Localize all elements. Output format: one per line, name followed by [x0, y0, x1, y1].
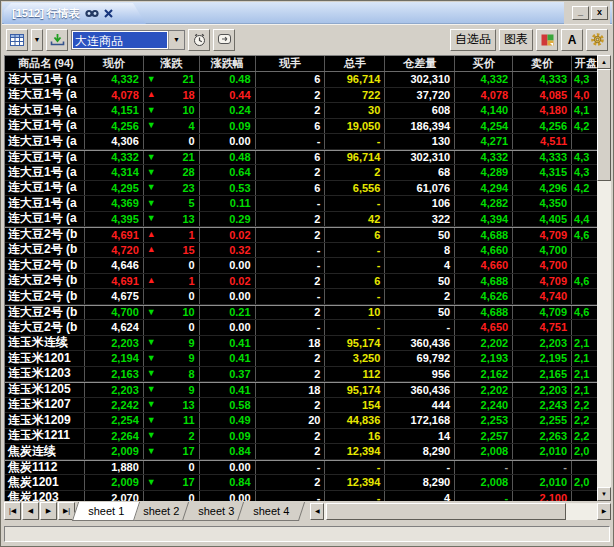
quote-row[interactable]: 连大豆2号 (b4,691▲10.0226504,6884,7094,6	[5, 274, 598, 290]
settings-button[interactable]	[586, 29, 608, 51]
quote-row[interactable]: 连大豆1号 (a4,332▼210.48696,714302,3104,3324…	[5, 72, 598, 88]
change-percent: 0.09	[200, 429, 256, 444]
total-volume: -	[325, 196, 385, 211]
ask-price: 4,180	[513, 103, 572, 118]
column-header[interactable]: 涨跌	[144, 56, 200, 71]
quote-row[interactable]: 连大豆1号 (a4,314▼280.6422684,2894,3154,3	[5, 165, 598, 181]
quote-row[interactable]: 连大豆2号 (b4,64600.00--44,6604,700	[5, 258, 598, 274]
instrument-name: 连玉米1209	[5, 413, 85, 428]
quote-row[interactable]: 连玉米12092,254▼110.492044,836172,1682,2532…	[5, 413, 598, 429]
next-sheet-button[interactable]: ▶	[40, 502, 57, 520]
change-value: 0	[144, 134, 200, 149]
column-header[interactable]: 商品名 (94)	[5, 56, 85, 71]
current-volume: -	[256, 461, 326, 475]
quote-row[interactable]: 连大豆2号 (b4,691▲10.0226504,6884,7094,6	[5, 227, 598, 243]
color-scheme-button[interactable]	[536, 29, 558, 51]
quote-row[interactable]: 连大豆2号 (b4,62400.00---4,6504,751	[5, 320, 598, 336]
vertical-scroll-thumb[interactable]	[597, 69, 611, 181]
column-header[interactable]: 开盘	[572, 56, 598, 71]
down-arrow-icon: ▼	[147, 75, 156, 84]
change-value: 0	[144, 289, 200, 304]
speech-bubble-icon	[217, 33, 232, 46]
quote-row[interactable]: 连玉米12112,264▼20.09216142,2572,2632,2	[5, 429, 598, 445]
column-header[interactable]: 现价	[85, 56, 144, 71]
scroll-right-button[interactable]: ▶	[597, 503, 611, 520]
total-volume: 96,714	[325, 151, 385, 165]
quote-row[interactable]: 连大豆1号 (a4,078▲180.44272237,7204,0784,085…	[5, 88, 598, 104]
quote-row[interactable]: 连大豆2号 (b4,700▼100.21210504,6884,7094,6	[5, 305, 598, 321]
quote-row[interactable]: 焦炭连续2,009▼170.84212,3948,2902,0082,0102,…	[5, 444, 598, 460]
bid-price: 2,202	[455, 336, 513, 351]
current-volume: -	[256, 289, 326, 304]
favorites-button[interactable]: 自选品	[450, 29, 496, 51]
quote-row[interactable]: 连大豆1号 (a4,151▼100.242306084,1404,1804,1	[5, 103, 598, 119]
quote-row[interactable]: 连大豆1号 (a4,295▼230.5366,55661,0764,2944,2…	[5, 181, 598, 197]
quote-row[interactable]: 连大豆1号 (a4,30600.00--1304,2714,511	[5, 134, 598, 150]
column-header[interactable]: 总手	[325, 56, 385, 71]
current-volume: 18	[256, 336, 326, 351]
quote-row[interactable]: 焦炭12032,07000.00--4-2,100	[5, 491, 598, 502]
quote-row[interactable]: 连大豆1号 (a4,395▼130.292423224,3944,4054,4	[5, 212, 598, 228]
alarm-button[interactable]	[188, 29, 210, 51]
quote-row[interactable]: 连玉米12032,163▼80.3721129562,1622,1652,1	[5, 367, 598, 383]
last-price: 2,070	[85, 491, 144, 502]
chart-button[interactable]: 图表	[499, 29, 533, 51]
sheet-tab[interactable]: sheet 4	[237, 502, 305, 521]
change-percent: 0.00	[200, 320, 256, 335]
scroll-up-button[interactable]: ▲	[597, 55, 611, 69]
market-select[interactable]: 大连商品 ▼	[71, 30, 185, 50]
font-button[interactable]: A	[561, 29, 583, 51]
change-percent: 0.21	[200, 306, 256, 320]
open-price: 4,0	[572, 88, 598, 103]
tab-close-icon[interactable]	[104, 9, 113, 18]
grid-view-dropdown[interactable]: ▼	[31, 29, 43, 51]
export-button[interactable]	[46, 29, 68, 51]
scroll-left-button[interactable]: ◀	[310, 503, 324, 520]
quote-row[interactable]: 焦炭12012,009▼170.84212,3948,2902,0082,010…	[5, 475, 598, 491]
open-interest-change: 69,792	[385, 351, 455, 366]
pin-icon[interactable]	[85, 9, 99, 18]
quote-row[interactable]: 连玉米12012,194▼90.4123,25069,7922,1932,195…	[5, 351, 598, 367]
quote-row[interactable]: 连大豆2号 (b4,720▲150.32--84,6604,700	[5, 243, 598, 259]
horizontal-scroll-thumb[interactable]	[326, 503, 566, 520]
market-select-arrow[interactable]: ▼	[168, 31, 184, 49]
last-price: 4,675	[85, 289, 144, 304]
bid-price: 4,626	[455, 289, 513, 304]
current-volume: 6	[256, 151, 326, 165]
change-percent: 0.48	[200, 72, 256, 87]
quote-row[interactable]: 连大豆1号 (a4,332▼210.48696,714302,3104,3324…	[5, 150, 598, 166]
open-interest-change: 302,310	[385, 72, 455, 87]
scroll-down-button[interactable]: ▼	[597, 487, 611, 501]
first-icon: |◀	[9, 507, 16, 514]
instrument-name: 连大豆1号 (a	[5, 103, 85, 118]
first-sheet-button[interactable]: |◀	[4, 502, 21, 520]
column-header[interactable]: 涨跌幅	[200, 56, 256, 71]
quote-row[interactable]: 连玉米连续2,203▼90.411895,174360,4362,2022,20…	[5, 336, 598, 352]
ask-price: 2,203	[513, 383, 572, 397]
column-header[interactable]: 买价	[455, 56, 513, 71]
column-header[interactable]: 仓差量	[385, 56, 455, 71]
prev-sheet-button[interactable]: ◀	[22, 502, 39, 520]
close-button[interactable]: x	[591, 6, 608, 20]
bid-price: -	[455, 491, 513, 502]
last-price: 2,194	[85, 351, 144, 366]
quote-row[interactable]: 连大豆2号 (b4,67500.00--24,6264,740	[5, 289, 598, 305]
horizontal-scrollbar[interactable]: ◀ ▶	[310, 503, 611, 520]
grid-view-button[interactable]	[6, 29, 28, 51]
column-header[interactable]: 卖价	[513, 56, 572, 71]
vertical-scrollbar[interactable]: ▲ ▼	[597, 55, 611, 501]
quote-row[interactable]: 连玉米12072,242▼130.5821544442,2402,2432,2	[5, 398, 598, 414]
sheet-tab[interactable]: sheet 1	[72, 502, 140, 521]
quote-row[interactable]: 连大豆1号 (a4,369▼50.11--1064,2824,350	[5, 196, 598, 212]
quote-row[interactable]: 焦炭11121,88000.00-----	[5, 460, 598, 476]
quote-row[interactable]: 连玉米12052,203▼90.411895,174360,4362,2022,…	[5, 382, 598, 398]
instrument-name: 焦炭1203	[5, 491, 85, 502]
message-button[interactable]	[213, 29, 235, 51]
quote-row[interactable]: 连大豆1号 (a4,256▼40.09619,050186,3944,2544,…	[5, 119, 598, 135]
minimize-button[interactable]: _	[572, 6, 589, 20]
open-price: 2,2	[572, 429, 598, 444]
document-tab[interactable]: [1512] 行情表	[4, 3, 146, 24]
open-price	[572, 196, 598, 211]
column-header[interactable]: 现手	[256, 56, 326, 71]
horizontal-scroll-track[interactable]	[324, 503, 597, 520]
